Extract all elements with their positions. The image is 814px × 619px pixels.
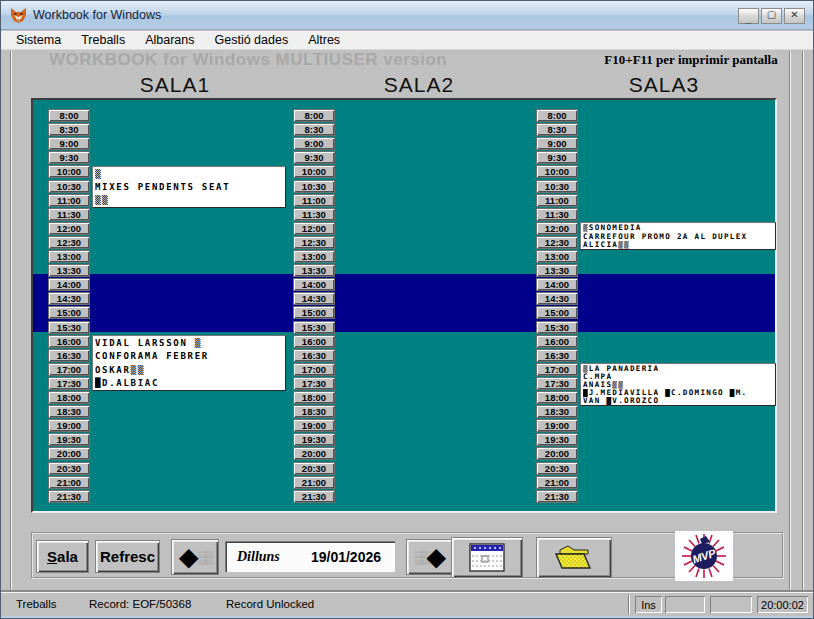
time-slot-button-sala2-1700[interactable]: 17:00 [293,363,335,376]
time-slot-button-sala3-1400[interactable]: 14:00 [536,278,578,291]
time-slot-button-sala3-800[interactable]: 8:00 [536,109,578,122]
menu-item-albarans[interactable]: Albarans [135,33,204,47]
time-slot-button-sala2-1000[interactable]: 10:00 [293,165,335,178]
close-button[interactable]: ✕ [784,8,805,24]
time-slot-button-sala3-1100[interactable]: 11:00 [536,194,578,207]
time-slot-button-sala1-1300[interactable]: 13:00 [48,250,90,263]
appointment-sala1-1600[interactable]: VIDAL LARSSON ▒CONFORAMA FEBREROSKAR▒▒█D… [92,335,286,391]
time-slot-button-sala2-1630[interactable]: 16:30 [293,349,335,362]
time-slot-button-sala2-1300[interactable]: 13:00 [293,250,335,263]
time-slot-button-sala2-1530[interactable]: 15:30 [293,321,335,334]
time-slot-button-sala2-2100[interactable]: 21:00 [293,476,335,489]
time-slot-button-sala3-1530[interactable]: 15:30 [536,321,578,334]
time-slot-button-sala1-1830[interactable]: 18:30 [48,405,90,418]
time-slot-button-sala3-1000[interactable]: 10:00 [536,165,578,178]
time-slot-button-sala2-1500[interactable]: 15:00 [293,306,335,319]
time-slot-button-sala3-900[interactable]: 9:00 [536,137,578,150]
time-slot-button-sala3-1630[interactable]: 16:30 [536,349,578,362]
time-slot-button-sala1-1130[interactable]: 11:30 [48,208,90,221]
time-slot-button-sala1-1030[interactable]: 10:30 [48,180,90,193]
time-slot-button-sala3-1200[interactable]: 12:00 [536,222,578,235]
previous-day-button[interactable]: ◆▒▒ [171,539,219,575]
time-slot-button-sala3-1900[interactable]: 19:00 [536,419,578,432]
time-slot-button-sala3-1800[interactable]: 18:00 [536,391,578,404]
time-slot-button-sala3-1600[interactable]: 16:00 [536,335,578,348]
time-slot-button-sala2-1900[interactable]: 19:00 [293,419,335,432]
time-slot-button-sala1-1330[interactable]: 13:30 [48,264,90,277]
time-slot-button-sala2-1400[interactable]: 14:00 [293,278,335,291]
time-slot-button-sala2-1830[interactable]: 18:30 [293,405,335,418]
time-slot-button-sala3-2030[interactable]: 20:30 [536,462,578,475]
time-slot-button-sala2-1030[interactable]: 10:30 [293,180,335,193]
time-slot-button-sala3-2000[interactable]: 20:00 [536,447,578,460]
time-slot-button-sala3-930[interactable]: 9:30 [536,151,578,164]
time-slot-button-sala1-1600[interactable]: 16:00 [48,335,90,348]
time-slot-button-sala1-1200[interactable]: 12:00 [48,222,90,235]
time-slot-button-sala2-1100[interactable]: 11:00 [293,194,335,207]
time-slot-button-sala2-800[interactable]: 8:00 [293,109,335,122]
time-slot-button-sala1-830[interactable]: 8:30 [48,123,90,136]
appointment-sala1-1000[interactable]: ▒MIXES PENDENTS SEAT▒▒ [92,166,286,208]
time-slot-button-sala2-1200[interactable]: 12:00 [293,222,335,235]
menu-item-altres[interactable]: Altres [298,33,350,47]
time-slot-button-sala2-1130[interactable]: 11:30 [293,208,335,221]
time-slot-button-sala3-2100[interactable]: 21:00 [536,476,578,489]
time-slot-button-sala2-2130[interactable]: 21:30 [293,490,335,503]
time-slot-button-sala3-1730[interactable]: 17:30 [536,377,578,390]
time-slot-button-sala1-1930[interactable]: 19:30 [48,433,90,446]
time-slot-button-sala1-1530[interactable]: 15:30 [48,321,90,334]
time-slot-button-sala2-1600[interactable]: 16:00 [293,335,335,348]
sala-button[interactable]: Sala [36,540,89,573]
time-slot-button-sala1-800[interactable]: 8:00 [48,109,90,122]
time-slot-button-sala1-1500[interactable]: 15:00 [48,306,90,319]
time-slot-button-sala1-2000[interactable]: 20:00 [48,447,90,460]
time-slot-button-sala2-1800[interactable]: 18:00 [293,391,335,404]
time-slot-button-sala2-1730[interactable]: 17:30 [293,377,335,390]
time-slot-button-sala2-830[interactable]: 8:30 [293,123,335,136]
time-slot-button-sala3-1500[interactable]: 15:00 [536,306,578,319]
time-slot-button-sala2-1930[interactable]: 19:30 [293,433,335,446]
time-slot-button-sala1-1730[interactable]: 17:30 [48,377,90,390]
time-slot-button-sala3-1230[interactable]: 12:30 [536,236,578,249]
time-slot-button-sala3-1930[interactable]: 19:30 [536,433,578,446]
time-slot-button-sala1-1430[interactable]: 14:30 [48,292,90,305]
open-folder-button[interactable] [536,537,612,578]
time-slot-button-sala1-1630[interactable]: 16:30 [48,349,90,362]
next-day-button[interactable]: ▒▒◆ [406,539,454,575]
time-slot-button-sala2-1430[interactable]: 14:30 [293,292,335,305]
time-slot-button-sala3-1030[interactable]: 10:30 [536,180,578,193]
menu-item-treballs[interactable]: Treballs [71,33,135,47]
menu-item-gestió-dades[interactable]: Gestió dades [205,33,299,47]
time-slot-button-sala1-930[interactable]: 9:30 [48,151,90,164]
time-slot-button-sala3-1130[interactable]: 11:30 [536,208,578,221]
appointment-sala3-1700[interactable]: ▒LA PANADERIAC.MPAANAIS▒▒█J.MEDIAVILLA █… [580,363,776,405]
maximize-button[interactable]: ▢ [761,8,782,24]
time-slot-button-sala3-1430[interactable]: 14:30 [536,292,578,305]
time-slot-button-sala1-1700[interactable]: 17:00 [48,363,90,376]
appointment-sala3-1200[interactable]: ▒SONOMEDIACARREFOUR PROMO 2A AL DUPLEXAL… [580,222,776,250]
menu-item-sistema[interactable]: Sistema [6,33,71,47]
time-slot-button-sala2-900[interactable]: 9:00 [293,137,335,150]
time-slot-button-sala3-1830[interactable]: 18:30 [536,405,578,418]
time-slot-button-sala1-2030[interactable]: 20:30 [48,462,90,475]
time-slot-button-sala3-2130[interactable]: 21:30 [536,490,578,503]
time-slot-button-sala2-2030[interactable]: 20:30 [293,462,335,475]
minimize-button[interactable]: _ [738,8,759,24]
time-slot-button-sala2-930[interactable]: 9:30 [293,151,335,164]
time-slot-button-sala1-1100[interactable]: 11:00 [48,194,90,207]
time-slot-button-sala1-1400[interactable]: 14:00 [48,278,90,291]
time-slot-button-sala1-1900[interactable]: 19:00 [48,419,90,432]
time-slot-button-sala1-2130[interactable]: 21:30 [48,490,90,503]
calendar-button[interactable] [451,537,523,578]
time-slot-button-sala2-1330[interactable]: 13:30 [293,264,335,277]
time-slot-button-sala2-2000[interactable]: 20:00 [293,447,335,460]
refresc-button[interactable]: Refresc [95,540,160,573]
time-slot-button-sala1-2100[interactable]: 21:00 [48,476,90,489]
time-slot-button-sala2-1230[interactable]: 12:30 [293,236,335,249]
time-slot-button-sala1-1000[interactable]: 10:00 [48,165,90,178]
time-slot-button-sala1-900[interactable]: 9:00 [48,137,90,150]
time-slot-button-sala3-830[interactable]: 8:30 [536,123,578,136]
time-slot-button-sala1-1800[interactable]: 18:00 [48,391,90,404]
time-slot-button-sala3-1300[interactable]: 13:00 [536,250,578,263]
time-slot-button-sala3-1330[interactable]: 13:30 [536,264,578,277]
